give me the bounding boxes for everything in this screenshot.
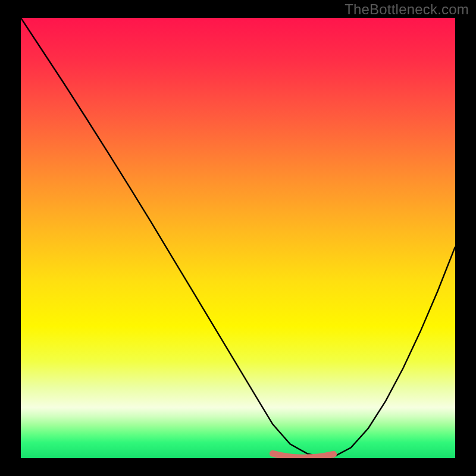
plot-area bbox=[21, 18, 455, 458]
chart-frame: TheBottleneck.com bbox=[0, 0, 476, 476]
watermark-text: TheBottleneck.com bbox=[345, 1, 469, 18]
bottleneck-chart-svg bbox=[21, 18, 455, 458]
